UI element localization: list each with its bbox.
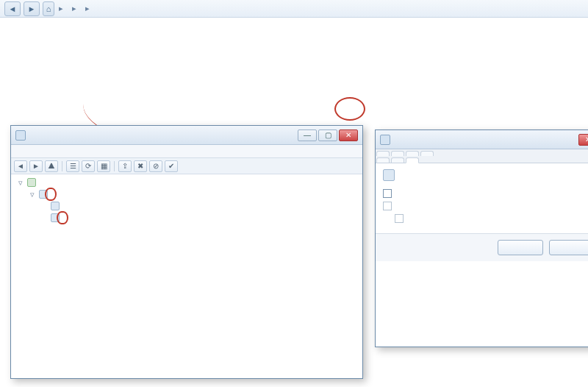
nav-fwd-button[interactable]: ► [24, 1, 40, 16]
nic-icon [51, 202, 60, 210]
control-panel-grid [0, 25, 588, 34]
ok-button[interactable] [498, 240, 543, 255]
breadcrumb-toolbar: ◄ ► ⌂ ▸ ▸ ▸ [0, 0, 588, 18]
minimize-button[interactable]: — [298, 129, 317, 141]
devmgr-iconbar: ◄ ► ⯅ ☰ ⟳ ▦ ⇪ ✖ ⊘ ✔ [11, 158, 362, 174]
devmgr-title-icon [15, 130, 26, 141]
tool-up-icon[interactable]: ⯅ [45, 160, 58, 172]
maximize-button[interactable]: ▢ [318, 129, 337, 141]
close-button[interactable]: ✕ [578, 134, 588, 146]
tab-about[interactable] [406, 151, 419, 156]
checkbox-allow-power-off[interactable] [383, 189, 392, 198]
tool-fwd-icon[interactable]: ► [29, 160, 43, 172]
props-titlebar[interactable]: ✕ [376, 130, 588, 149]
devmgr-menubar [11, 145, 362, 158]
tool-update-icon[interactable]: ⇪ [118, 160, 132, 172]
tool-scan-icon[interactable]: ⟳ [82, 160, 95, 172]
annotation-circle-devmgr [334, 97, 365, 121]
nic-icon [51, 213, 60, 222]
tool-disable-icon[interactable]: ⊘ [149, 160, 162, 172]
tab-resources[interactable] [391, 157, 404, 163]
tab-power-mgmt[interactable] [406, 157, 419, 163]
nav-back-button[interactable]: ◄ [4, 1, 21, 16]
tab-general[interactable] [376, 151, 390, 156]
cancel-button[interactable] [549, 240, 588, 255]
props-button-row [376, 233, 588, 261]
props-title-icon [380, 135, 390, 145]
crumb-sep: ▸ [72, 4, 76, 13]
tool-enable-icon[interactable]: ✔ [165, 160, 178, 172]
checkbox-magic-packet[interactable] [395, 214, 404, 223]
network-adapter-icon [39, 190, 48, 199]
nic-properties-window: ✕ [375, 129, 588, 347]
crumb-sep: ▸ [85, 4, 90, 13]
props-body [376, 163, 588, 233]
close-button[interactable]: ✕ [339, 129, 358, 141]
tab-details[interactable] [376, 157, 390, 163]
tool-properties-icon[interactable]: ☰ [66, 160, 79, 172]
devmgr-titlebar[interactable]: — ▢ ✕ [11, 126, 362, 145]
nic-icon [383, 169, 395, 181]
device-tree[interactable]: ▿ ▿ [11, 174, 362, 229]
crumb-sep: ▸ [59, 4, 63, 13]
tool-back-icon[interactable]: ◄ [14, 160, 27, 172]
tab-advanced[interactable] [391, 151, 404, 156]
computer-icon [27, 178, 36, 187]
tool-uninstall-icon[interactable]: ✖ [134, 160, 147, 172]
tab-driver[interactable] [420, 151, 434, 156]
props-tabs [376, 149, 588, 163]
breadcrumb-root-icon[interactable]: ⌂ [43, 1, 54, 16]
tool-view-icon[interactable]: ▦ [97, 160, 110, 172]
page-title [0, 18, 588, 25]
checkbox-allow-wake[interactable] [383, 202, 392, 210]
device-manager-window: — ▢ ✕ ◄ ► ⯅ ☰ ⟳ ▦ ⇪ ✖ ⊘ ✔ ▿ ▿ [10, 125, 363, 379]
